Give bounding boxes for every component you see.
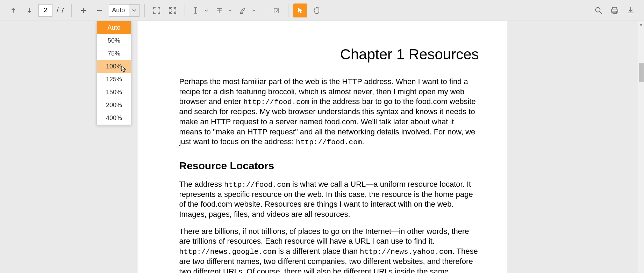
next-page-button[interactable] bbox=[22, 3, 36, 17]
scroll-thumb[interactable] bbox=[639, 63, 644, 82]
zoom-option[interactable]: 100% bbox=[97, 60, 131, 73]
fit-page-button[interactable] bbox=[150, 3, 164, 17]
zoom-in-button[interactable] bbox=[77, 3, 91, 17]
zoom-option[interactable]: 125% bbox=[97, 73, 131, 86]
paragraph: The address http://food.com is what we c… bbox=[179, 179, 479, 220]
section-heading: Resource Locators bbox=[179, 160, 479, 172]
chevron-down-icon[interactable] bbox=[225, 3, 235, 17]
paragraph: Perhaps the most familiar part of the we… bbox=[179, 77, 479, 147]
download-button[interactable] bbox=[624, 3, 638, 17]
zoom-select[interactable]: Auto bbox=[109, 4, 139, 17]
page-number-input[interactable] bbox=[38, 4, 52, 17]
svg-rect-2 bbox=[611, 9, 618, 12]
zoom-out-button[interactable] bbox=[93, 3, 107, 17]
separator bbox=[264, 4, 264, 17]
strikethrough-tool[interactable] bbox=[214, 3, 235, 17]
toolbar: / 7 Auto bbox=[0, 0, 644, 21]
separator bbox=[144, 4, 145, 17]
chevron-down-icon[interactable] bbox=[249, 3, 259, 17]
chevron-down-icon[interactable] bbox=[129, 5, 139, 16]
scroll-up-arrow[interactable]: ▲ bbox=[638, 21, 644, 27]
document-page[interactable]: Chapter 1 Resources Perhaps the most fam… bbox=[137, 21, 507, 273]
zoom-value-label: Auto bbox=[109, 7, 129, 14]
zoom-option[interactable]: 75% bbox=[97, 47, 131, 60]
highlight-tool[interactable] bbox=[237, 3, 259, 17]
page-total-label: / 7 bbox=[57, 6, 64, 14]
select-tool[interactable] bbox=[293, 3, 307, 17]
vertical-scrollbar[interactable]: ▲ bbox=[638, 21, 644, 273]
prev-page-button[interactable] bbox=[6, 3, 20, 17]
hand-tool[interactable] bbox=[309, 3, 323, 17]
zoom-option[interactable]: 150% bbox=[97, 86, 131, 99]
zoom-option[interactable]: 200% bbox=[97, 99, 131, 112]
svg-point-0 bbox=[596, 7, 600, 12]
zoom-option[interactable]: 50% bbox=[97, 34, 131, 47]
separator bbox=[185, 4, 185, 17]
separator bbox=[71, 4, 72, 17]
chevron-down-icon[interactable] bbox=[201, 3, 212, 17]
zoom-option[interactable]: 400% bbox=[97, 112, 131, 125]
zoom-dropdown: Auto50%75%100%125%150%200%400% bbox=[96, 21, 131, 125]
chapter-title: Chapter 1 Resources bbox=[179, 46, 479, 63]
signature-tool[interactable] bbox=[269, 3, 283, 17]
search-button[interactable] bbox=[592, 3, 606, 17]
text-cursor-tool[interactable] bbox=[190, 3, 212, 17]
separator bbox=[288, 4, 288, 17]
print-button[interactable] bbox=[608, 3, 622, 17]
zoom-option[interactable]: Auto bbox=[97, 21, 131, 34]
fit-width-button[interactable] bbox=[166, 3, 180, 17]
paragraph: There are billions, if not trillions, of… bbox=[179, 227, 479, 273]
